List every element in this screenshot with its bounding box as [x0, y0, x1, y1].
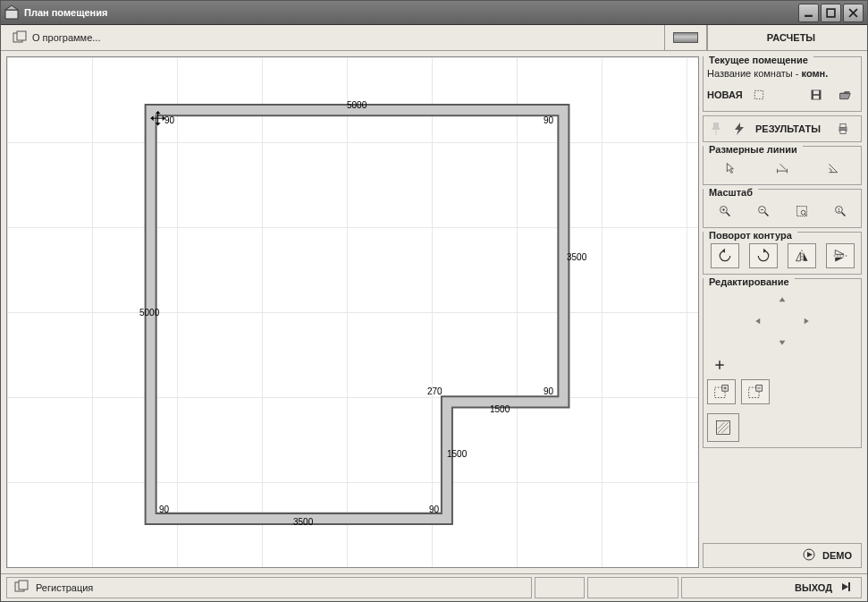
new-room-button[interactable]: [746, 84, 771, 106]
dim-angle-button[interactable]: [821, 157, 846, 179]
ang-top-left: 90: [164, 115, 174, 125]
svg-marker-48: [721, 249, 724, 253]
svg-text:1: 1: [837, 208, 839, 213]
register-button[interactable]: Регистрация: [6, 577, 532, 598]
move-up-button[interactable]: [771, 290, 793, 309]
zoom-extents-button[interactable]: [789, 200, 814, 222]
statusbar: Регистрация ВЫХОД: [1, 573, 867, 601]
dim-select-button[interactable]: [719, 157, 744, 179]
zoom-out-button[interactable]: [751, 200, 776, 222]
svg-marker-53: [835, 250, 844, 254]
dim-mid-vert: 1500: [447, 449, 467, 459]
svg-marker-1: [5, 5, 18, 10]
flip-horizontal-button[interactable]: [788, 243, 816, 268]
minimize-button[interactable]: [798, 4, 819, 22]
svg-line-40: [764, 213, 768, 216]
app-icon: [4, 5, 19, 20]
svg-line-71: [718, 422, 725, 429]
rotate-ccw-button[interactable]: [711, 243, 739, 268]
svg-marker-57: [755, 318, 760, 325]
svg-marker-51: [803, 252, 807, 261]
svg-rect-22: [754, 90, 763, 98]
demo-label: DEMO: [822, 550, 852, 561]
rotate-group: Поворот контура: [703, 232, 862, 275]
register-icon: [14, 580, 29, 596]
svg-rect-0: [5, 10, 18, 19]
dim-mid-horiz: 1500: [490, 404, 510, 414]
cutout-add-button[interactable]: [707, 379, 736, 404]
demo-button[interactable]: DEMO: [703, 543, 862, 568]
bolt-icon: [732, 122, 746, 136]
titlebar: План помещения: [1, 1, 867, 25]
about-label: О программе...: [32, 32, 100, 43]
toggle-switch[interactable]: [664, 25, 707, 50]
dim-bottom: 3500: [293, 517, 313, 527]
exit-label: ВЫХОД: [795, 582, 832, 593]
add-node-button[interactable]: [707, 354, 732, 376]
new-room-label: НОВАЯ: [707, 89, 743, 100]
move-left-button[interactable]: [747, 311, 769, 331]
play-icon: [803, 548, 815, 563]
calculate-button[interactable]: РАСЧЕТЫ: [707, 25, 867, 50]
svg-line-72: [722, 427, 729, 434]
top-toolbar: О программе... РАСЧЕТЫ: [1, 25, 867, 51]
svg-marker-49: [763, 249, 766, 253]
svg-marker-58: [805, 318, 809, 325]
dim-line-button[interactable]: [770, 157, 795, 179]
rotate-cw-button[interactable]: [749, 243, 778, 268]
floorplan-drawing: 5000 90 90 3500 90 270 1500 1500 90 90 3…: [7, 57, 698, 567]
svg-rect-30: [840, 131, 846, 134]
cutout-remove-button[interactable]: [741, 379, 770, 404]
save-button[interactable]: [804, 84, 829, 106]
close-button[interactable]: [843, 4, 864, 22]
svg-marker-74: [807, 552, 813, 557]
flip-vertical-button[interactable]: [826, 243, 855, 268]
svg-marker-59: [780, 341, 786, 345]
svg-line-34: [780, 164, 786, 169]
ang-bottom-left: 90: [159, 504, 169, 514]
exit-button[interactable]: ВЫХОД: [681, 577, 862, 598]
main-body: 5000 90 90 3500 90 270 1500 1500 90 90 3…: [1, 51, 867, 573]
current-room-group: Текущее помещение Название комнаты - ком…: [703, 56, 862, 112]
window-title: План помещения: [24, 7, 796, 18]
about-button[interactable]: О программе...: [3, 27, 110, 48]
hatch-button[interactable]: [707, 413, 739, 442]
maximize-button[interactable]: [821, 4, 841, 22]
svg-line-36: [726, 213, 729, 216]
ang-bottom-mid: 90: [429, 504, 439, 514]
dim-right: 3500: [567, 252, 586, 262]
results-bar: РЕЗУЛЬТАТЫ: [703, 115, 862, 142]
ang-top-right: 90: [544, 115, 553, 125]
move-right-button[interactable]: [796, 311, 817, 331]
exit-icon: [839, 581, 852, 595]
svg-rect-29: [840, 124, 846, 128]
move-down-button[interactable]: [771, 333, 793, 352]
edit-group: Редактирование: [703, 278, 862, 448]
svg-rect-7: [17, 31, 26, 40]
dim-top: 5000: [347, 100, 367, 110]
group-title-rotate: Поворот контура: [704, 229, 797, 242]
room-name-label: Название комнаты -: [707, 68, 798, 79]
register-label: Регистрация: [36, 582, 93, 593]
print-button[interactable]: [830, 118, 855, 140]
zoom-reset-button[interactable]: 1: [828, 200, 853, 222]
svg-marker-27: [735, 123, 744, 135]
app-window: План помещения О программе... РАСЧЕТЫ: [0, 0, 868, 602]
svg-rect-24: [813, 90, 819, 94]
svg-marker-56: [780, 297, 786, 301]
group-title-scale: Масштаб: [704, 186, 758, 199]
group-title-current-room: Текущее помещение: [704, 54, 813, 67]
group-title-dims: Размерные линии: [704, 143, 803, 157]
ang-mid-right: 90: [544, 386, 553, 396]
svg-rect-2: [805, 14, 813, 16]
pin-icon: [709, 122, 723, 136]
canvas[interactable]: 5000 90 90 3500 90 270 1500 1500 90 90 3…: [6, 56, 699, 568]
open-button[interactable]: [832, 84, 857, 106]
zoom-in-button[interactable]: [712, 200, 737, 222]
svg-marker-77: [842, 583, 848, 590]
toggle-handle-icon: [673, 32, 698, 43]
svg-rect-25: [813, 96, 819, 99]
results-label[interactable]: РЕЗУЛЬТАТЫ: [755, 123, 822, 134]
group-title-edit: Редактирование: [704, 276, 795, 289]
side-panel: Текущее помещение Название комнаты - ком…: [703, 56, 862, 568]
